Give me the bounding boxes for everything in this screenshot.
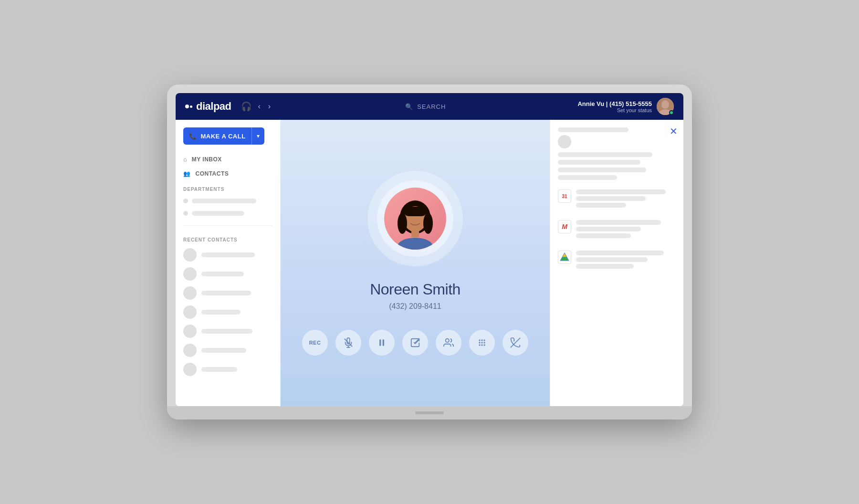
call-area: Noreen Smith (432) 209-8411 REC [281, 120, 550, 406]
gmail-badge: M [558, 220, 571, 233]
search-area: 🔍 SEARCH [279, 103, 572, 110]
drive-badge [558, 251, 571, 264]
department-item-1[interactable] [176, 195, 280, 207]
drive-integration [558, 251, 676, 272]
nav-forward-button[interactable]: › [265, 100, 273, 113]
transfer-button[interactable] [402, 330, 428, 356]
keypad-button[interactable] [469, 330, 495, 356]
svg-point-1 [661, 100, 669, 109]
departments-label: DEPARTMENTS [176, 181, 280, 195]
svg-point-8 [397, 238, 433, 250]
recent-avatar-7 [183, 363, 197, 376]
recent-contact-5[interactable] [176, 322, 280, 341]
logo: dialpad [185, 100, 231, 113]
rp-skel-5 [558, 175, 617, 180]
gmail-lines [576, 220, 676, 241]
recent-contact-1[interactable] [176, 245, 280, 264]
home-icon: ⌂ [183, 156, 187, 163]
recent-name-3 [201, 291, 251, 295]
make-call-button[interactable]: 📞 MAKE A CALL ▾ [183, 127, 264, 145]
search-icon: 🔍 [405, 103, 413, 110]
recent-contact-7[interactable] [176, 360, 280, 379]
svg-point-25 [483, 344, 485, 346]
hangup-button[interactable] [503, 330, 528, 356]
make-call-dropdown-arrow[interactable]: ▾ [252, 128, 264, 144]
cal-skel-2 [576, 196, 646, 201]
nav-back-button[interactable]: ‹ [255, 100, 263, 113]
svg-rect-14 [383, 339, 384, 346]
status-dot [669, 110, 674, 115]
rp-skel-4 [558, 168, 646, 172]
main-layout: 📞 MAKE A CALL ▾ ⌂ MY INBOX 👥 CONTACTS DE… [176, 120, 683, 406]
search-box[interactable]: 🔍 SEARCH [405, 103, 446, 110]
contact-phone: (432) 209-8411 [389, 302, 441, 311]
laptop-base [167, 406, 692, 420]
svg-point-18 [481, 339, 482, 341]
recent-name-5 [201, 329, 252, 334]
sidebar-divider [183, 225, 272, 226]
dept-skeleton-1 [192, 199, 256, 203]
sidebar-item-my-inbox[interactable]: ⌂ MY INBOX [176, 152, 280, 167]
close-button[interactable]: ✕ [670, 126, 678, 137]
gmail-skel-1 [576, 220, 661, 225]
svg-point-24 [481, 344, 482, 346]
recent-contacts-label: RECENT CONTACTS [176, 231, 280, 245]
recent-avatar-4 [183, 305, 197, 319]
recent-name-7 [201, 367, 237, 372]
gmail-integration: M [558, 220, 676, 241]
avatar-glow-outer [367, 171, 463, 266]
logo-text: dialpad [196, 100, 231, 113]
user-status[interactable]: Set your status [577, 107, 652, 113]
contact-name: Noreen Smith [370, 281, 461, 298]
svg-point-21 [481, 342, 482, 343]
svg-line-15 [414, 338, 419, 343]
recent-name-1 [201, 252, 255, 257]
rp-person-icon [558, 135, 571, 148]
department-item-2[interactable] [176, 207, 280, 220]
gmail-icon: M [562, 223, 567, 231]
gmail-skel-3 [576, 233, 631, 238]
sidebar-contacts-label: CONTACTS [196, 170, 229, 177]
logo-dot-small [190, 105, 192, 108]
user-avatar-wrap [657, 98, 674, 115]
svg-point-22 [483, 342, 485, 343]
svg-rect-7 [404, 207, 427, 216]
app-header: dialpad 🎧 ‹ › 🔍 SEARCH Annie Vu | (415) … [176, 93, 683, 120]
svg-point-5 [398, 213, 407, 234]
coach-button[interactable] [436, 330, 461, 356]
calendar-icon: 31 [562, 194, 567, 199]
recent-name-2 [201, 272, 244, 276]
drive-skel-2 [576, 257, 648, 262]
search-label: SEARCH [417, 103, 446, 110]
phone-icon: 📞 [189, 133, 197, 140]
drive-skel-1 [576, 251, 664, 255]
recent-contact-4[interactable] [176, 303, 280, 322]
headphone-icon: 🎧 [241, 101, 251, 112]
mute-button[interactable] [335, 330, 361, 356]
avatar-glow-inner [377, 180, 453, 257]
laptop-notch [415, 411, 444, 414]
recent-avatar-5 [183, 325, 197, 338]
svg-point-19 [483, 339, 485, 341]
svg-point-23 [479, 344, 480, 346]
drive-skel-3 [576, 264, 634, 269]
dept-dot-1 [183, 199, 188, 203]
svg-point-17 [479, 339, 480, 341]
laptop-frame: dialpad 🎧 ‹ › 🔍 SEARCH Annie Vu | (415) … [167, 84, 692, 420]
recent-contact-6[interactable] [176, 341, 280, 360]
record-button[interactable]: REC [302, 330, 328, 356]
recent-contact-3[interactable] [176, 284, 280, 303]
cal-skel-3 [576, 203, 626, 208]
user-area: Annie Vu | (415) 515-5555 Set your statu… [577, 98, 674, 115]
recent-avatar-2 [183, 267, 197, 281]
calendar-badge: 31 [558, 189, 571, 203]
call-controls: REC [302, 330, 528, 356]
sidebar-item-contacts[interactable]: 👥 CONTACTS [176, 167, 280, 181]
right-panel-contact-skeleton [558, 127, 676, 180]
recent-contact-2[interactable] [176, 264, 280, 284]
gmail-skel-2 [576, 227, 641, 231]
contacts-icon: 👥 [183, 170, 191, 177]
svg-marker-29 [561, 257, 569, 261]
sidebar: 📞 MAKE A CALL ▾ ⌂ MY INBOX 👥 CONTACTS DE… [176, 120, 281, 406]
hold-button[interactable] [369, 330, 395, 356]
